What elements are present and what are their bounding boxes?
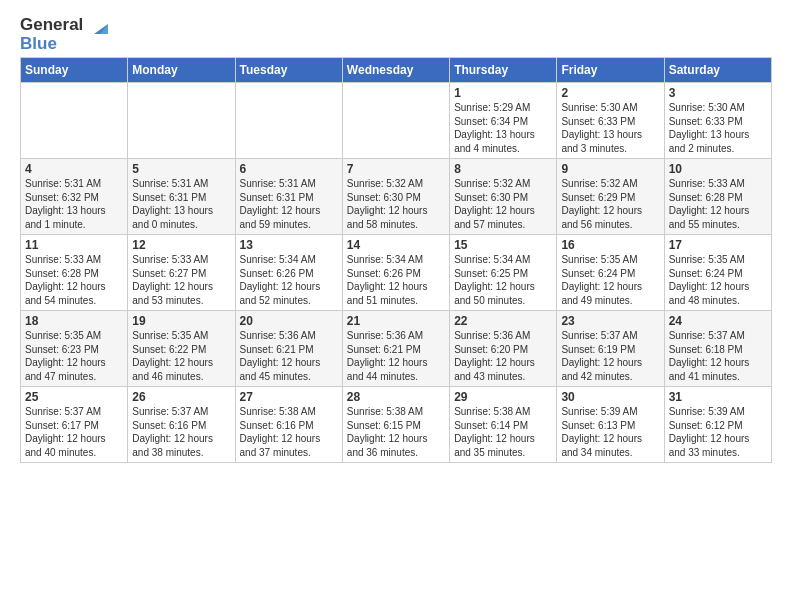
day-number: 25 [25, 390, 123, 404]
calendar-day-cell: 28Sunrise: 5:38 AM Sunset: 6:15 PM Dayli… [342, 387, 449, 463]
calendar-day-cell: 12Sunrise: 5:33 AM Sunset: 6:27 PM Dayli… [128, 235, 235, 311]
day-info: Sunrise: 5:32 AM Sunset: 6:30 PM Dayligh… [347, 177, 445, 231]
day-info: Sunrise: 5:36 AM Sunset: 6:21 PM Dayligh… [347, 329, 445, 383]
day-info: Sunrise: 5:31 AM Sunset: 6:31 PM Dayligh… [132, 177, 230, 231]
logo: General Blue [20, 16, 108, 53]
calendar-day-cell: 19Sunrise: 5:35 AM Sunset: 6:22 PM Dayli… [128, 311, 235, 387]
day-number: 23 [561, 314, 659, 328]
day-number: 22 [454, 314, 552, 328]
calendar-week-row: 1Sunrise: 5:29 AM Sunset: 6:34 PM Daylig… [21, 83, 772, 159]
day-number: 29 [454, 390, 552, 404]
day-number: 31 [669, 390, 767, 404]
day-number: 26 [132, 390, 230, 404]
day-info: Sunrise: 5:30 AM Sunset: 6:33 PM Dayligh… [561, 101, 659, 155]
calendar-day-cell: 24Sunrise: 5:37 AM Sunset: 6:18 PM Dayli… [664, 311, 771, 387]
day-number: 21 [347, 314, 445, 328]
day-number: 5 [132, 162, 230, 176]
day-number: 15 [454, 238, 552, 252]
calendar-day-cell: 7Sunrise: 5:32 AM Sunset: 6:30 PM Daylig… [342, 159, 449, 235]
calendar-day-cell: 18Sunrise: 5:35 AM Sunset: 6:23 PM Dayli… [21, 311, 128, 387]
calendar-day-cell: 6Sunrise: 5:31 AM Sunset: 6:31 PM Daylig… [235, 159, 342, 235]
calendar-day-cell: 23Sunrise: 5:37 AM Sunset: 6:19 PM Dayli… [557, 311, 664, 387]
day-number: 7 [347, 162, 445, 176]
day-number: 8 [454, 162, 552, 176]
calendar-wrap: SundayMondayTuesdayWednesdayThursdayFrid… [0, 57, 792, 473]
calendar-day-cell: 20Sunrise: 5:36 AM Sunset: 6:21 PM Dayli… [235, 311, 342, 387]
day-info: Sunrise: 5:39 AM Sunset: 6:13 PM Dayligh… [561, 405, 659, 459]
calendar-day-cell [128, 83, 235, 159]
day-number: 18 [25, 314, 123, 328]
day-info: Sunrise: 5:35 AM Sunset: 6:24 PM Dayligh… [669, 253, 767, 307]
day-number: 1 [454, 86, 552, 100]
calendar-day-cell: 17Sunrise: 5:35 AM Sunset: 6:24 PM Dayli… [664, 235, 771, 311]
day-number: 13 [240, 238, 338, 252]
day-info: Sunrise: 5:36 AM Sunset: 6:21 PM Dayligh… [240, 329, 338, 383]
day-info: Sunrise: 5:29 AM Sunset: 6:34 PM Dayligh… [454, 101, 552, 155]
logo-blue: Blue [20, 34, 57, 53]
calendar-day-cell: 2Sunrise: 5:30 AM Sunset: 6:33 PM Daylig… [557, 83, 664, 159]
day-number: 9 [561, 162, 659, 176]
day-number: 4 [25, 162, 123, 176]
logo-bird-icon [86, 20, 108, 42]
day-info: Sunrise: 5:37 AM Sunset: 6:17 PM Dayligh… [25, 405, 123, 459]
calendar-header-row: SundayMondayTuesdayWednesdayThursdayFrid… [21, 58, 772, 83]
day-info: Sunrise: 5:35 AM Sunset: 6:23 PM Dayligh… [25, 329, 123, 383]
day-number: 2 [561, 86, 659, 100]
calendar-day-cell [21, 83, 128, 159]
day-info: Sunrise: 5:39 AM Sunset: 6:12 PM Dayligh… [669, 405, 767, 459]
weekday-header: Saturday [664, 58, 771, 83]
page-header: General Blue [0, 0, 792, 57]
day-info: Sunrise: 5:35 AM Sunset: 6:24 PM Dayligh… [561, 253, 659, 307]
day-info: Sunrise: 5:34 AM Sunset: 6:26 PM Dayligh… [347, 253, 445, 307]
day-number: 10 [669, 162, 767, 176]
weekday-header: Thursday [450, 58, 557, 83]
day-info: Sunrise: 5:38 AM Sunset: 6:15 PM Dayligh… [347, 405, 445, 459]
day-info: Sunrise: 5:37 AM Sunset: 6:18 PM Dayligh… [669, 329, 767, 383]
day-number: 14 [347, 238, 445, 252]
calendar-day-cell: 14Sunrise: 5:34 AM Sunset: 6:26 PM Dayli… [342, 235, 449, 311]
day-number: 12 [132, 238, 230, 252]
calendar-week-row: 25Sunrise: 5:37 AM Sunset: 6:17 PM Dayli… [21, 387, 772, 463]
day-info: Sunrise: 5:32 AM Sunset: 6:29 PM Dayligh… [561, 177, 659, 231]
calendar-day-cell: 21Sunrise: 5:36 AM Sunset: 6:21 PM Dayli… [342, 311, 449, 387]
day-info: Sunrise: 5:37 AM Sunset: 6:16 PM Dayligh… [132, 405, 230, 459]
day-info: Sunrise: 5:34 AM Sunset: 6:26 PM Dayligh… [240, 253, 338, 307]
day-info: Sunrise: 5:36 AM Sunset: 6:20 PM Dayligh… [454, 329, 552, 383]
weekday-header: Monday [128, 58, 235, 83]
calendar-day-cell: 27Sunrise: 5:38 AM Sunset: 6:16 PM Dayli… [235, 387, 342, 463]
day-number: 3 [669, 86, 767, 100]
day-info: Sunrise: 5:38 AM Sunset: 6:16 PM Dayligh… [240, 405, 338, 459]
day-info: Sunrise: 5:33 AM Sunset: 6:28 PM Dayligh… [669, 177, 767, 231]
calendar-day-cell: 25Sunrise: 5:37 AM Sunset: 6:17 PM Dayli… [21, 387, 128, 463]
calendar-day-cell: 11Sunrise: 5:33 AM Sunset: 6:28 PM Dayli… [21, 235, 128, 311]
calendar-day-cell [342, 83, 449, 159]
calendar-day-cell: 4Sunrise: 5:31 AM Sunset: 6:32 PM Daylig… [21, 159, 128, 235]
day-number: 19 [132, 314, 230, 328]
calendar-day-cell: 26Sunrise: 5:37 AM Sunset: 6:16 PM Dayli… [128, 387, 235, 463]
calendar-week-row: 11Sunrise: 5:33 AM Sunset: 6:28 PM Dayli… [21, 235, 772, 311]
weekday-header: Tuesday [235, 58, 342, 83]
day-number: 24 [669, 314, 767, 328]
day-info: Sunrise: 5:33 AM Sunset: 6:28 PM Dayligh… [25, 253, 123, 307]
day-number: 17 [669, 238, 767, 252]
calendar-week-row: 18Sunrise: 5:35 AM Sunset: 6:23 PM Dayli… [21, 311, 772, 387]
logo-general: General [20, 15, 83, 34]
weekday-header: Friday [557, 58, 664, 83]
day-info: Sunrise: 5:33 AM Sunset: 6:27 PM Dayligh… [132, 253, 230, 307]
calendar-day-cell: 3Sunrise: 5:30 AM Sunset: 6:33 PM Daylig… [664, 83, 771, 159]
calendar-day-cell: 5Sunrise: 5:31 AM Sunset: 6:31 PM Daylig… [128, 159, 235, 235]
calendar-day-cell: 30Sunrise: 5:39 AM Sunset: 6:13 PM Dayli… [557, 387, 664, 463]
day-number: 30 [561, 390, 659, 404]
day-number: 27 [240, 390, 338, 404]
calendar-day-cell: 9Sunrise: 5:32 AM Sunset: 6:29 PM Daylig… [557, 159, 664, 235]
day-info: Sunrise: 5:35 AM Sunset: 6:22 PM Dayligh… [132, 329, 230, 383]
calendar-day-cell: 13Sunrise: 5:34 AM Sunset: 6:26 PM Dayli… [235, 235, 342, 311]
calendar-day-cell: 22Sunrise: 5:36 AM Sunset: 6:20 PM Dayli… [450, 311, 557, 387]
day-number: 20 [240, 314, 338, 328]
calendar-week-row: 4Sunrise: 5:31 AM Sunset: 6:32 PM Daylig… [21, 159, 772, 235]
calendar-day-cell: 15Sunrise: 5:34 AM Sunset: 6:25 PM Dayli… [450, 235, 557, 311]
day-info: Sunrise: 5:37 AM Sunset: 6:19 PM Dayligh… [561, 329, 659, 383]
day-number: 16 [561, 238, 659, 252]
calendar-day-cell: 31Sunrise: 5:39 AM Sunset: 6:12 PM Dayli… [664, 387, 771, 463]
day-info: Sunrise: 5:31 AM Sunset: 6:31 PM Dayligh… [240, 177, 338, 231]
